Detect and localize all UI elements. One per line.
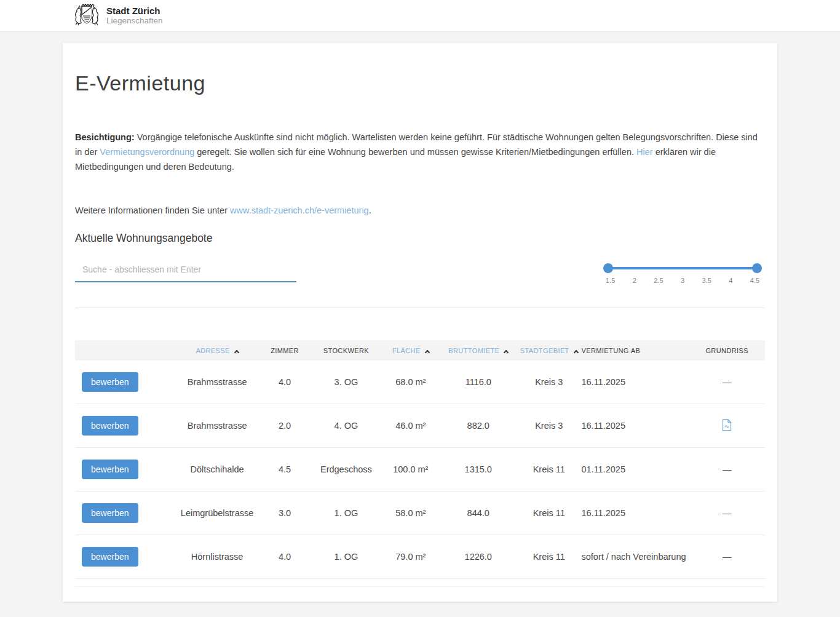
cell-bruttomiete: 1315.0: [440, 464, 517, 474]
brand-title: Stadt Zürich: [106, 6, 163, 16]
cell-bruttomiete: 844.0: [440, 508, 517, 518]
column-header-flaeche[interactable]: FLÄCHE: [381, 347, 440, 354]
table-row: bewerben Brahmsstrasse 4.0 3. OG 68.0 m²…: [75, 360, 765, 404]
cell-stockwerk: 1. OG: [311, 552, 381, 562]
cell-stadtgebiet: Kreis 11: [517, 464, 581, 474]
cell-flaeche: 68.0 m²: [381, 377, 440, 387]
cell-vermietung-ab: 16.11.2025: [581, 508, 689, 518]
cell-zimmer: 3.0: [258, 508, 311, 518]
column-header-adresse[interactable]: ADRESSE: [176, 347, 259, 354]
table-header-row: ADRESSE ZIMMER STOCKWERK FLÄCHE BRUTTOMI…: [75, 340, 765, 360]
bewerben-button[interactable]: bewerben: [82, 547, 138, 567]
slider-tick: 3.5: [702, 277, 711, 284]
cell-grundriss: —: [689, 508, 765, 518]
cell-zimmer: 4.0: [258, 552, 311, 562]
more-info-paragraph: Weitere Informationen finden Sie unter w…: [75, 203, 765, 218]
e-vermietung-url-link[interactable]: www.stadt-zuerich.ch/e-vermietung: [230, 205, 369, 215]
intro-bold-label: Besichtigung:: [75, 132, 135, 142]
table-row-partial: [75, 579, 765, 587]
slider-track[interactable]: [605, 267, 760, 269]
sort-asc-icon: [424, 349, 429, 354]
cell-stadtgebiet: Kreis 3: [517, 421, 581, 431]
table-row: bewerben Brahmsstrasse 2.0 4. OG 46.0 m²…: [75, 404, 765, 448]
bewerben-button[interactable]: bewerben: [82, 416, 138, 436]
section-divider: [75, 308, 765, 308]
column-header-grundriss[interactable]: GRUNDRISS: [689, 347, 765, 354]
slider-handle-max[interactable]: [752, 263, 762, 273]
cell-stockwerk: 1. OG: [311, 508, 381, 518]
cell-grundriss: —: [689, 552, 765, 562]
cell-flaeche: 79.0 m²: [381, 552, 440, 562]
sort-asc-icon: [573, 349, 578, 354]
slider-tick: 4.5: [750, 277, 759, 284]
slider-tick: 1.5: [606, 277, 615, 284]
slider-tick: 3: [681, 277, 684, 284]
filter-controls: 1.5 2 2.5 3 3.5 4 4.5: [75, 261, 765, 284]
cell-vermietung-ab: sofort / nach Vereinbarung: [581, 552, 689, 562]
cell-stadtgebiet: Kreis 3: [517, 377, 581, 387]
search-input[interactable]: [75, 261, 296, 282]
cell-zimmer: 4.0: [258, 377, 311, 387]
column-header-bruttomiete[interactable]: BRUTTOMIETE: [440, 347, 517, 354]
cell-vermietung-ab: 16.11.2025: [581, 421, 689, 431]
slider-tick: 2.5: [654, 277, 663, 284]
column-header-stockwerk[interactable]: STOCKWERK: [311, 347, 381, 354]
cell-bruttomiete: 1116.0: [440, 377, 517, 387]
bewerben-button[interactable]: bewerben: [82, 460, 138, 479]
cell-grundriss: —: [689, 377, 765, 387]
column-header-stadtgebiet[interactable]: STADTGEBIET: [517, 347, 581, 354]
cell-grundriss: —: [689, 464, 765, 474]
table-row: bewerben Hörnlistrasse 4.0 1. OG 79.0 m²…: [75, 535, 765, 579]
sort-asc-icon: [234, 349, 239, 354]
table-row: bewerben Leimgrübelstrasse 3.0 1. OG 58.…: [75, 492, 765, 535]
cell-flaeche: 46.0 m²: [381, 421, 440, 431]
vermietungsverordnung-link[interactable]: Vermietungsverordnung: [100, 147, 194, 157]
bewerben-button[interactable]: bewerben: [82, 372, 138, 392]
pdf-file-icon[interactable]: [722, 419, 732, 431]
cell-adresse: Brahmsstrasse: [176, 377, 259, 387]
bewerben-button[interactable]: bewerben: [82, 503, 138, 523]
sort-asc-icon: [504, 349, 509, 354]
column-header-vermietung-ab[interactable]: VERMIETUNG AB: [581, 347, 689, 354]
rooms-range-slider: 1.5 2 2.5 3 3.5 4 4.5: [605, 267, 760, 284]
top-bar: Stadt Zürich Liegenschaften: [0, 0, 840, 32]
cell-stockwerk: Erdgeschoss: [311, 464, 381, 474]
cell-adresse: Hörnlistrasse: [176, 552, 259, 562]
content-card: E-Vermietung Besichtigung: Vorgängige te…: [63, 43, 777, 602]
cell-stadtgebiet: Kreis 11: [517, 508, 581, 518]
cell-bruttomiete: 882.0: [440, 421, 517, 431]
cell-grundriss: [689, 419, 765, 433]
stadt-zuerich-logo[interactable]: Stadt Zürich Liegenschaften: [73, 3, 163, 29]
cell-vermietung-ab: 16.11.2025: [581, 377, 689, 387]
cell-bruttomiete: 1226.0: [440, 552, 517, 562]
page-title: E-Vermietung: [75, 71, 765, 95]
zuerich-coat-of-arms-icon: [73, 3, 101, 29]
table-row: bewerben Döltschihalde 4.5 Erdgeschoss 1…: [75, 448, 765, 492]
hier-link[interactable]: Hier: [636, 147, 653, 157]
cell-stockwerk: 4. OG: [311, 421, 381, 431]
brand-subtitle: Liegenschaften: [106, 16, 163, 26]
cell-flaeche: 100.0 m²: [381, 464, 440, 474]
cell-adresse: Leimgrübelstrasse: [176, 508, 259, 518]
cell-adresse: Brahmsstrasse: [176, 421, 259, 431]
intro-paragraph: Besichtigung: Vorgängige telefonische Au…: [75, 130, 765, 174]
cell-flaeche: 58.0 m²: [381, 508, 440, 518]
cell-stadtgebiet: Kreis 11: [517, 552, 581, 562]
cell-vermietung-ab: 01.11.2025: [581, 464, 689, 474]
cell-stockwerk: 3. OG: [311, 377, 381, 387]
column-header-zimmer[interactable]: ZIMMER: [258, 347, 311, 354]
intro-text-2: geregelt. Sie wollen sich für eine Wohnu…: [194, 147, 636, 157]
cell-zimmer: 4.5: [258, 464, 311, 474]
slider-tick: 2: [633, 277, 636, 284]
slider-tick-labels: 1.5 2 2.5 3 3.5 4 4.5: [605, 277, 760, 284]
slider-tick: 4: [729, 277, 732, 284]
cell-zimmer: 2.0: [258, 421, 311, 431]
cell-adresse: Döltschihalde: [176, 464, 259, 474]
listings-table: ADRESSE ZIMMER STOCKWERK FLÄCHE BRUTTOMI…: [75, 340, 765, 587]
section-heading: Aktuelle Wohnungsangebote: [75, 232, 765, 245]
slider-handle-min[interactable]: [603, 263, 613, 273]
more-info-suffix: .: [369, 205, 371, 215]
more-info-text: Weitere Informationen finden Sie unter: [75, 205, 230, 215]
